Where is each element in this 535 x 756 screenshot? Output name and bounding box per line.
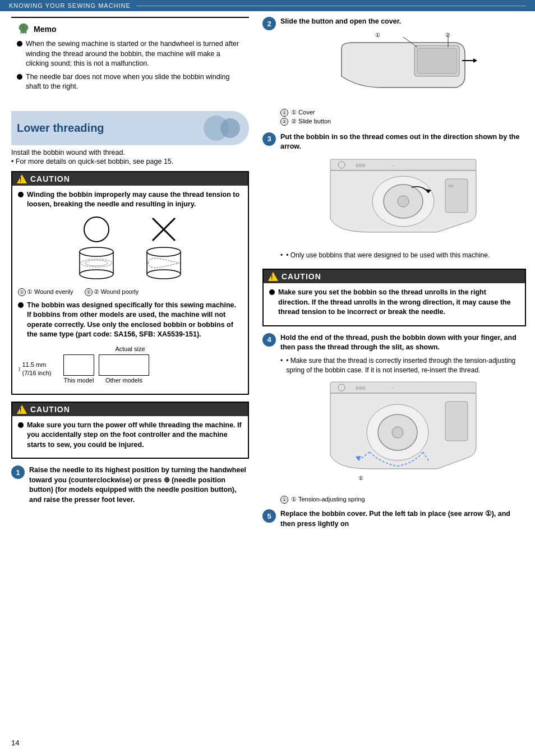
step-5-row: 5 Replace the bobbin cover. Put the left…: [262, 509, 526, 529]
size-diagram-title: Actual size: [18, 345, 242, 352]
memo-item-2: The needle bar does not move when you sl…: [17, 72, 243, 92]
caution1-item-1: Winding the bobbin improperly may cause …: [18, 190, 242, 210]
bobbin-good: [74, 215, 119, 283]
step-2-diagram: ① ②: [280, 31, 526, 104]
page-number: 14: [11, 739, 19, 747]
svg-point-39: [392, 427, 403, 438]
size-box-other-models: [99, 354, 149, 376]
label-circle-1: ①: [18, 288, 26, 296]
step3-sub: • Only use bobbins that were designed to…: [280, 251, 526, 260]
svg-marker-18: [473, 58, 477, 63]
svg-point-12: [147, 270, 181, 279]
svg-point-2: [84, 217, 109, 242]
svg-rect-16: [417, 48, 456, 73]
bobbin-good-symbol: [82, 215, 110, 243]
step2-slide-label: ② ② Slide button: [280, 118, 526, 126]
step4-tension-label: ① ① Tension-adjusting spring: [280, 496, 526, 504]
step4-diagram-svg: IIIIIII ~: [325, 379, 482, 491]
bobbin-bad-symbol: [150, 215, 178, 243]
caution-header-3: CAUTION: [264, 270, 525, 283]
svg-text:②: ②: [445, 32, 450, 38]
memo-item-1: When the sewing machine is started or th…: [17, 39, 243, 69]
svg-text:①: ①: [375, 32, 380, 38]
bobbin-labels: ①① Wound evenly ②② Wound poorly: [18, 288, 242, 296]
step-3-text: Put the bobbin in so the thread comes ou…: [280, 133, 519, 151]
svg-text:~: ~: [392, 163, 395, 168]
step-3-row: 3 Put the bobbin in so the thread comes …: [262, 132, 526, 264]
step-4-circle: 4: [262, 333, 276, 347]
memo-icon: [17, 22, 30, 36]
caution-box-1: CAUTION Winding the bobbin improperly ma…: [11, 171, 249, 395]
step-4-text: Hold the end of the thread, push the bob…: [280, 334, 516, 352]
install-text: Install the bobbin wound with thread.: [11, 149, 249, 156]
caution3-item-1: Make sure you set the bobbin so the thre…: [269, 288, 519, 317]
tension-spring-label: ①: [280, 496, 288, 504]
svg-text:①: ①: [358, 475, 363, 481]
step-4-row: 4 Hold the end of the thread, push the b…: [262, 333, 526, 504]
step-4-diagram: IIIIIII ~: [280, 379, 526, 491]
decorative-circle-2: [220, 118, 240, 138]
memo-box: Memo When the sewing machine is started …: [11, 17, 249, 101]
step-5-circle: 5: [262, 509, 276, 523]
bobbin-bad-drawing: [141, 243, 186, 283]
svg-point-3: [80, 247, 113, 256]
step-3-circle: 3: [262, 132, 276, 146]
bobbin-diagrams: [18, 215, 242, 283]
step3-diagram-svg: IIIIIII ~: [325, 156, 482, 246]
step2-cover-label: ①: [280, 109, 288, 117]
step-1-circle: 1: [11, 465, 25, 479]
step-1-text: Raise the needle to its highest position…: [29, 465, 249, 505]
other-models-label: Other models: [99, 377, 149, 384]
memo-title: Memo: [17, 22, 243, 36]
step-2-circle: 2: [262, 17, 276, 30]
svg-text:~: ~: [392, 386, 395, 391]
step2-labels: ① ① Cover: [280, 109, 526, 117]
caution2-list: Make sure you turn the power off while t…: [18, 421, 242, 450]
svg-text:IIIIIII: IIIIIII: [356, 163, 366, 168]
caution-triangle-3: [268, 272, 278, 281]
caution1-item-2: The bobbin was designed specifically for…: [18, 301, 242, 340]
caution-triangle-2: [17, 405, 27, 414]
bullet-2: [17, 74, 22, 80]
svg-point-4: [80, 270, 113, 279]
caution-triangle-1: [17, 174, 27, 183]
caution2-item-1: Make sure you turn the power off while t…: [18, 421, 242, 450]
svg-point-29: [398, 196, 409, 207]
caution3-list: Make sure you set the bobbin so the thre…: [269, 288, 519, 317]
caution-box-3: CAUTION Make sure you set the bobbin so …: [262, 269, 526, 326]
label-circle-2: ②: [85, 288, 93, 296]
step-5-text: Replace the bobbin cover. Put the left t…: [280, 509, 526, 529]
caution1-list-2: The bobbin was designed specifically for…: [18, 301, 242, 340]
right-column: 2 Slide the button and open the cover.: [258, 17, 535, 534]
caution2-bullet-1: [18, 422, 24, 428]
caution-box-2: CAUTION Make sure you turn the power off…: [11, 402, 249, 459]
size-label: ↕ 11.5 mm(7/16 inch): [18, 361, 60, 377]
header-text: KNOWING YOUR SEWING MACHINE: [9, 2, 131, 9]
size-box-this-model: [63, 354, 94, 376]
size-diagram: Actual size ↕ 11.5 mm(7/16 inch): [18, 345, 242, 384]
svg-rect-33: [330, 382, 476, 393]
memo-list: When the sewing machine is started or th…: [17, 39, 243, 92]
step-2-row: 2 Slide the button and open the cover.: [262, 17, 526, 126]
cover-diagram-svg: ① ②: [325, 31, 482, 104]
step4-sub: • Make sure that the thread is correctly…: [280, 356, 526, 375]
lower-threading-header: Lower threading: [11, 111, 249, 145]
caution1-bullet-2: [18, 302, 24, 308]
lower-threading-title: Lower threading: [17, 122, 104, 135]
bullet-1: [17, 41, 22, 47]
caution-header-1: CAUTION: [12, 172, 248, 186]
svg-rect-41: [445, 402, 468, 441]
caution1-list: Winding the bobbin improperly may cause …: [18, 190, 242, 210]
bobbin-bad: [141, 215, 186, 283]
step-1-row: 1 Raise the needle to its highest positi…: [11, 465, 249, 505]
step-2-text: Slide the button and open the cover.: [280, 17, 401, 25]
bobbin-good-drawing: [74, 243, 119, 283]
caution3-bullet-1: [269, 289, 275, 295]
step-3-diagram: IIIIIII ~: [280, 156, 526, 246]
page: KNOWING YOUR SEWING MACHINE Memo: [0, 0, 535, 756]
this-model-label: This model: [63, 377, 94, 384]
svg-point-11: [147, 247, 181, 256]
caution1-bullet-1: [18, 192, 24, 197]
left-column: Memo When the sewing machine is started …: [0, 17, 258, 534]
install-sub: • For more details on quick-set bobbin, …: [11, 158, 249, 165]
